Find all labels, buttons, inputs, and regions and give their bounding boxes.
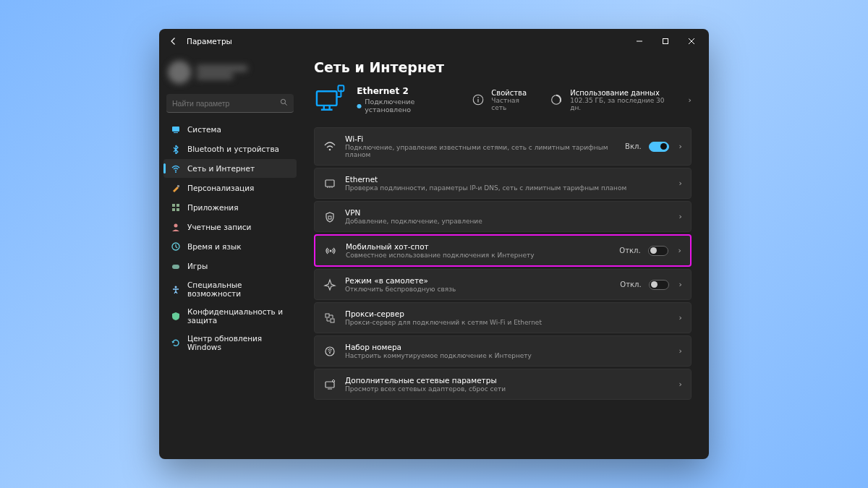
chevron-right-icon: › [679,212,682,221]
close-button[interactable] [678,31,705,51]
card-title: Дополнительные сетевые параметры [345,376,668,385]
arrow-left-icon [169,37,178,46]
card-subtitle: Отключить беспроводную связь [345,286,611,293]
sidebar-item-apps[interactable]: Приложения [163,198,297,217]
vpn-icon [323,210,336,223]
data-usage-link[interactable]: Использование данных 102.35 ГБ, за после… [549,89,676,111]
properties-link[interactable]: Свойства Частная сеть [470,89,536,111]
sidebar-item-label: Специальные возможности [187,281,289,298]
sidebar-item-label: Персонализация [187,184,254,192]
card-proxy[interactable]: Прокси-серверПрокси-сервер для подключен… [314,302,692,333]
svg-line-5 [285,103,287,105]
connection-hero: Ethernet 2 ●Подключение установлено Свой… [314,82,692,117]
data-usage-sub: 102.35 ГБ, за последние 30 дн. [570,97,675,111]
back-button[interactable] [163,31,184,51]
wifi-icon [171,163,181,174]
toggle-switch[interactable] [649,280,669,290]
chevron-right-icon: › [679,142,682,151]
titlebar: Параметры [159,29,709,53]
maximize-icon [662,38,669,45]
sidebar-item-brush[interactable]: Персонализация [163,179,297,197]
card-dialup[interactable]: Набор номераНастроить коммутируемое подк… [314,335,692,367]
card-title: Ethernet [345,175,668,184]
card-ethernet[interactable]: EthernetПроверка подлинности, параметры … [314,168,692,199]
ethernet-icon [323,177,336,190]
chevron-right-icon: › [679,346,682,356]
svg-rect-18 [317,91,337,106]
svg-rect-40 [326,382,334,388]
access-icon [171,284,181,294]
svg-rect-13 [176,208,179,211]
system-icon [171,124,181,134]
sidebar-item-label: Сеть и Интернет [187,164,255,173]
chevron-right-icon: › [679,380,682,389]
minimize-button[interactable] [626,31,652,51]
svg-point-8 [175,171,176,173]
chevron-right-icon: › [679,179,682,188]
svg-point-38 [326,347,334,356]
settings-card-list: Wi-FiПодключение, управление известными … [314,127,692,400]
svg-point-35 [330,249,332,252]
svg-rect-30 [326,180,334,187]
sidebar-item-privacy[interactable]: Конфиденциальность и защита [163,303,297,329]
card-vpn[interactable]: VPNДобавление, подключение, управление › [314,201,692,232]
maximize-button[interactable] [652,31,678,51]
connection-status: Подключение установлено [365,98,461,114]
nav-list: СистемаBluetooth и устройстваСеть и Инте… [163,120,297,356]
sidebar-item-access[interactable]: Специальные возможности [163,276,297,302]
search-box[interactable] [166,94,294,113]
chevron-right-icon: › [679,280,682,289]
account-icon [171,222,181,232]
sidebar-item-label: Bluetooth и устройства [187,145,279,153]
sidebar-item-wifi[interactable]: Сеть и Интернет [163,159,297,178]
svg-point-14 [174,224,178,228]
advanced-icon [323,378,336,391]
bluetooth-icon [171,144,181,154]
info-icon [470,92,486,108]
svg-rect-36 [326,314,329,317]
card-subtitle: Прокси-сервер для подключений к сетям Wi… [345,319,668,326]
card-title: Прокси-сервер [345,309,668,318]
svg-point-29 [329,148,331,150]
user-profile[interactable] [163,58,297,91]
games-icon [171,261,181,271]
sidebar-item-bluetooth[interactable]: Bluetooth и устройства [163,140,297,158]
toggle-label: Откл. [620,281,641,288]
sidebar-item-account[interactable]: Учетные записи [163,218,297,236]
svg-rect-9 [177,185,179,187]
sidebar-item-games[interactable]: Игры [163,257,297,275]
toggle-label: Вкл. [625,142,641,150]
card-subtitle: Добавление, подключение, управление [345,218,668,225]
search-input[interactable] [172,99,280,108]
data-usage-icon [549,92,565,108]
card-hotspot[interactable]: Мобильный хот-спотСовместное использован… [314,234,692,267]
dialup-icon [323,345,336,358]
card-advanced[interactable]: Дополнительные сетевые параметрыПросмотр… [314,369,692,400]
privacy-icon [171,311,181,321]
card-title: Режим «в самолете» [345,276,611,285]
chevron-right-icon: › [689,95,692,105]
card-subtitle: Просмотр всех сетевых адаптеров, сброс с… [345,385,668,393]
toggle-switch[interactable] [648,246,668,256]
svg-rect-12 [172,208,175,211]
sidebar-item-time[interactable]: Время и язык [163,237,297,256]
close-icon [688,38,695,45]
sidebar-item-system[interactable]: Система [163,120,297,139]
window-title: Параметры [187,37,232,46]
toggle-switch[interactable] [649,142,669,152]
page-title: Сеть и Интернет [314,59,692,75]
sidebar-item-label: Конфиденциальность и защита [187,307,289,325]
card-subtitle: Настроить коммутируемое подключение к Ин… [345,352,668,359]
card-title: Wi-Fi [345,134,616,143]
sidebar-item-update[interactable]: Центр обновления Windows [163,330,297,356]
window-controls [626,31,705,51]
proxy-icon [323,312,336,325]
sidebar-item-label: Приложения [187,203,238,212]
card-airplane[interactable]: Режим «в самолете»Отключить беспроводную… [314,269,692,300]
wifi-icon [323,140,336,153]
brush-icon [171,183,181,193]
time-icon [171,241,181,252]
card-wifi[interactable]: Wi-FiПодключение, управление известными … [314,127,692,166]
card-title: Мобильный хот-спот [346,242,610,251]
svg-rect-1 [663,39,668,44]
